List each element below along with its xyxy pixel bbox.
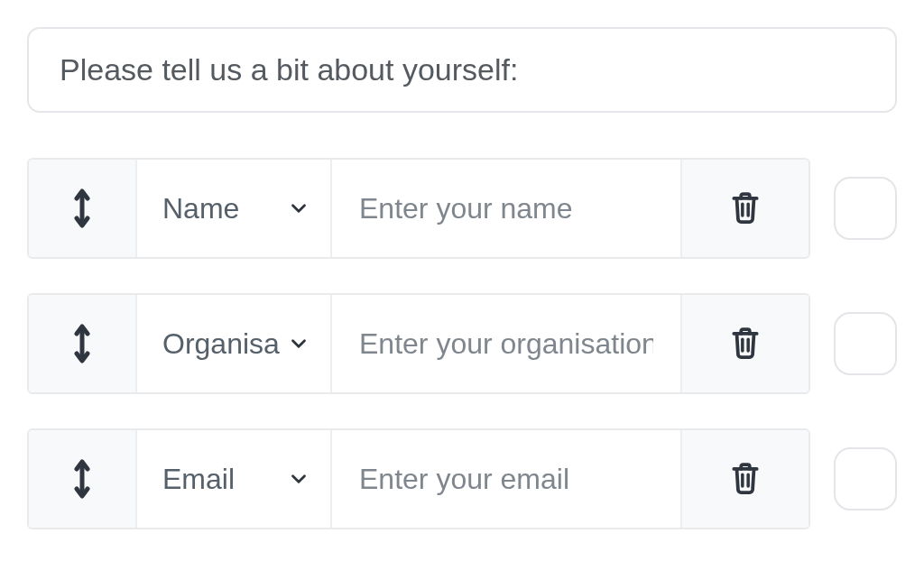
drag-vertical-icon	[72, 323, 92, 364]
field-type-label: Organisation	[162, 327, 280, 361]
field-group: Email	[27, 428, 810, 529]
field-placeholder-input[interactable]	[357, 462, 655, 497]
delete-row-button[interactable]	[682, 295, 808, 392]
trash-icon	[728, 325, 762, 363]
row-checkbox[interactable]	[834, 177, 897, 240]
drag-handle[interactable]	[29, 295, 137, 392]
trash-icon	[728, 189, 762, 227]
delete-row-button[interactable]	[682, 430, 808, 528]
drag-handle[interactable]	[29, 430, 137, 528]
field-type-select[interactable]: Name	[137, 160, 332, 257]
field-row: Name	[27, 158, 897, 259]
drag-vertical-icon	[72, 188, 92, 229]
field-row: Email	[27, 428, 897, 529]
field-row: Organisation	[27, 293, 897, 394]
form-intro-text[interactable]: Please tell us a bit about yourself:	[27, 27, 897, 113]
chevron-down-icon	[287, 332, 310, 355]
row-checkbox[interactable]	[834, 447, 897, 510]
field-rows: Name	[27, 158, 897, 529]
chevron-down-icon	[287, 197, 310, 220]
field-group: Name	[27, 158, 810, 259]
drag-vertical-icon	[72, 458, 92, 500]
drag-handle[interactable]	[29, 160, 137, 257]
field-placeholder-cell	[332, 295, 682, 392]
field-group: Organisation	[27, 293, 810, 394]
chevron-down-icon	[287, 467, 310, 491]
row-checkbox[interactable]	[834, 312, 897, 375]
field-placeholder-input[interactable]	[357, 326, 655, 362]
field-placeholder-cell	[332, 160, 682, 257]
field-placeholder-cell	[332, 430, 682, 528]
trash-icon	[728, 460, 762, 498]
field-placeholder-input[interactable]	[357, 191, 655, 226]
field-type-label: Name	[162, 192, 239, 225]
delete-row-button[interactable]	[682, 160, 808, 257]
field-type-select[interactable]: Email	[137, 430, 332, 528]
field-type-select[interactable]: Organisation	[137, 295, 332, 392]
field-type-label: Email	[162, 463, 235, 496]
